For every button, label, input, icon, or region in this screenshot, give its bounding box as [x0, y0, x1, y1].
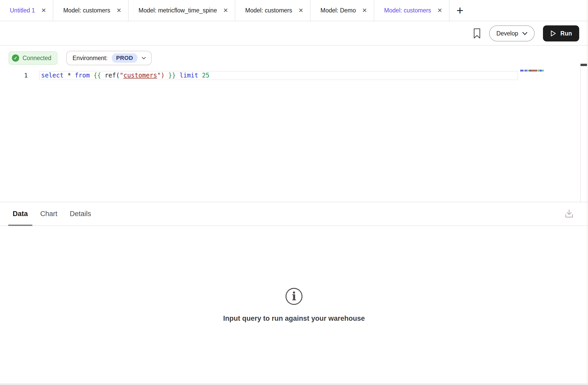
tab-close-icon[interactable]: ✕	[116, 8, 121, 13]
tab-details[interactable]: Details	[65, 202, 96, 225]
chevron-down-icon	[522, 32, 527, 35]
tab-label: Model: Demo	[320, 7, 356, 14]
tab-close-icon[interactable]: ✕	[41, 8, 46, 13]
line-number: 1	[0, 72, 28, 79]
connection-status-badge: ✓ Connected	[9, 51, 57, 65]
code-line[interactable]: select * from {{ ref("customers") }} lim…	[41, 72, 209, 80]
develop-label: Develop	[496, 30, 518, 37]
tab-chart[interactable]: Chart	[36, 202, 62, 225]
download-button[interactable]	[564, 208, 574, 220]
tab-model-demo[interactable]: Model: Demo✕	[311, 0, 374, 21]
svg-text:i: i	[292, 290, 296, 303]
tab-close-icon[interactable]: ✕	[223, 8, 228, 13]
run-label: Run	[560, 30, 572, 37]
tab-label: Model: customers	[245, 7, 292, 14]
results-tab-label: Chart	[40, 210, 57, 218]
environment-label: Environment:	[72, 55, 108, 62]
tab-label: Model: metricflow_time_spine	[138, 7, 217, 14]
tab-label: Model: customers	[384, 7, 431, 14]
empty-state-message: Input query to run against your warehous…	[223, 315, 365, 323]
run-button[interactable]: Run	[543, 25, 579, 41]
tab-model-customers[interactable]: Model: customers✕	[374, 0, 450, 21]
minimap[interactable]	[520, 69, 543, 72]
tab-model-customers[interactable]: Model: customers✕	[53, 0, 129, 21]
results-panel: DataChartDetails i Input query to run ag…	[0, 202, 588, 383]
tabs-container: Untitled 1✕Model: customers✕Model: metri…	[0, 0, 450, 21]
tab-model-customers[interactable]: Model: customers✕	[235, 0, 311, 21]
tab-close-icon[interactable]: ✕	[437, 8, 442, 13]
environment-value-badge: PROD	[112, 53, 137, 63]
develop-menu-button[interactable]: Develop	[489, 25, 535, 41]
results-empty-state: i Input query to run against your wareho…	[0, 226, 588, 383]
results-tab-label: Data	[13, 210, 28, 218]
play-icon	[550, 30, 556, 37]
tab-close-icon[interactable]: ✕	[298, 8, 303, 13]
window-right-border	[587, 0, 587, 383]
check-icon: ✓	[12, 54, 19, 62]
editor-tab-bar: Untitled 1✕Model: customers✕Model: metri…	[0, 0, 588, 21]
tab-label: Model: customers	[63, 7, 110, 14]
info-icon: i	[285, 287, 303, 306]
results-tabs-container: DataChartDetails	[8, 202, 99, 225]
window-bottom-border	[0, 383, 588, 385]
results-tab-label: Details	[70, 210, 91, 218]
tab-untitled-1[interactable]: Untitled 1✕	[0, 0, 53, 21]
editor-status-row: ✓ Connected Environment: PROD	[9, 51, 152, 65]
editor-scrollbar-track	[580, 67, 581, 202]
ide-window: Untitled 1✕Model: customers✕Model: metri…	[0, 0, 588, 385]
tab-model-metricflow-time-spine[interactable]: Model: metricflow_time_spine✕	[129, 0, 235, 21]
tab-close-icon[interactable]: ✕	[362, 8, 367, 13]
editor-scrollbar-thumb[interactable]	[580, 64, 587, 66]
results-tab-bar: DataChartDetails	[0, 202, 588, 226]
bookmark-icon[interactable]	[473, 28, 481, 39]
current-line-highlight[interactable]: select * from {{ ref("customers") }} lim…	[39, 71, 518, 80]
connection-status-label: Connected	[23, 55, 51, 62]
environment-selector[interactable]: Environment: PROD	[66, 51, 152, 65]
toolbar: Develop Run	[0, 22, 588, 46]
tab-data[interactable]: Data	[8, 202, 32, 225]
tab-label: Untitled 1	[10, 7, 35, 14]
download-icon	[564, 208, 574, 219]
chevron-down-icon	[142, 57, 146, 60]
new-tab-button[interactable]: +	[450, 0, 470, 21]
sql-editor[interactable]: 1 select * from {{ ref("customers") }} l…	[0, 67, 588, 202]
